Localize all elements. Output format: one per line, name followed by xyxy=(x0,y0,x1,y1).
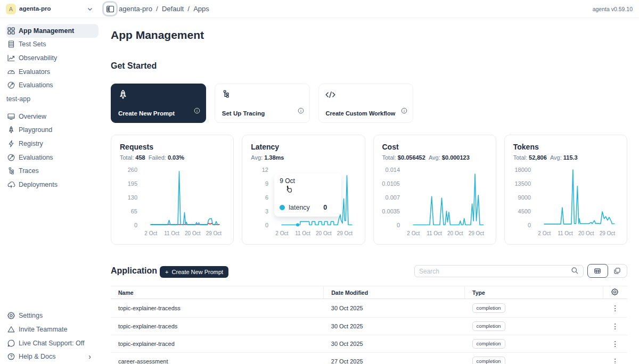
svg-text:20 Oct: 20 Oct xyxy=(447,230,463,236)
svg-text:195: 195 xyxy=(128,180,137,187)
svg-text:12: 12 xyxy=(262,167,268,173)
svg-text:2 Oct: 2 Oct xyxy=(407,230,420,236)
svg-text:6: 6 xyxy=(265,194,268,201)
svg-text:0.0035: 0.0035 xyxy=(382,208,400,214)
svg-text:11 Oct: 11 Oct xyxy=(164,230,179,236)
svg-text:29 Oct: 29 Oct xyxy=(599,230,615,236)
svg-text:11 Oct: 11 Oct xyxy=(558,230,573,236)
svg-text:260: 260 xyxy=(128,167,137,173)
svg-text:29 Oct: 29 Oct xyxy=(206,230,222,236)
svg-text:11 Oct: 11 Oct xyxy=(427,230,442,236)
svg-text:0.014: 0.014 xyxy=(385,167,400,173)
svg-text:2 Oct: 2 Oct xyxy=(538,230,551,236)
svg-text:0: 0 xyxy=(396,222,399,228)
svg-text:20 Oct: 20 Oct xyxy=(316,230,332,236)
svg-text:65: 65 xyxy=(131,208,137,214)
svg-text:0.007: 0.007 xyxy=(385,194,400,201)
svg-text:4500: 4500 xyxy=(518,208,530,214)
svg-text:3: 3 xyxy=(265,208,268,214)
svg-text:130: 130 xyxy=(128,194,137,201)
svg-text:13500: 13500 xyxy=(514,180,531,187)
svg-text:0: 0 xyxy=(528,222,531,228)
svg-text:9: 9 xyxy=(265,180,268,187)
svg-text:0: 0 xyxy=(134,222,137,228)
svg-text:20 Oct: 20 Oct xyxy=(578,230,594,236)
svg-text:29 Oct: 29 Oct xyxy=(468,230,484,236)
svg-text:11 Oct: 11 Oct xyxy=(295,230,310,236)
svg-text:2 Oct: 2 Oct xyxy=(276,230,289,236)
svg-text:9000: 9000 xyxy=(518,194,530,201)
svg-text:20 Oct: 20 Oct xyxy=(185,230,201,236)
svg-text:0.0105: 0.0105 xyxy=(382,180,400,187)
svg-text:0: 0 xyxy=(265,222,268,228)
svg-text:29 Oct: 29 Oct xyxy=(337,230,353,236)
svg-text:2 Oct: 2 Oct xyxy=(144,230,157,236)
svg-text:18000: 18000 xyxy=(514,167,531,173)
